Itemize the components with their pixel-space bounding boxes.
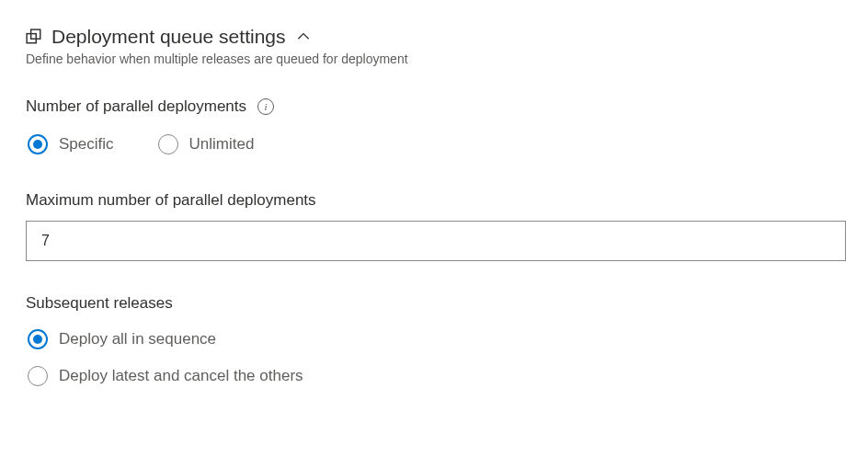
radio-button-icon <box>28 134 48 154</box>
radio-unlimited-label: Unlimited <box>189 135 255 154</box>
info-icon[interactable]: i <box>257 98 274 115</box>
max-parallel-label: Maximum number of parallel deployments <box>26 191 842 210</box>
parallel-deployments-label: Number of parallel deployments <box>26 97 246 116</box>
parallel-mode-radio-group: Specific Unlimited <box>28 134 842 154</box>
radio-specific[interactable]: Specific <box>28 134 114 154</box>
max-parallel-input[interactable] <box>26 221 846 261</box>
chevron-up-icon[interactable] <box>295 29 312 45</box>
section-title: Deployment queue settings <box>51 26 286 48</box>
radio-specific-label: Specific <box>59 135 114 154</box>
section-header: Deployment queue settings <box>26 26 842 48</box>
radio-deploy-all-label: Deploy all in sequence <box>59 330 216 348</box>
radio-button-icon <box>158 134 178 154</box>
radio-deploy-latest[interactable]: Deploy latest and cancel the others <box>28 366 842 386</box>
radio-button-icon <box>28 366 48 386</box>
subsequent-releases-label: Subsequent releases <box>26 294 842 313</box>
subsequent-releases-radio-group: Deploy all in sequence Deploy latest and… <box>28 329 842 386</box>
queue-icon <box>26 29 42 45</box>
radio-deploy-all[interactable]: Deploy all in sequence <box>28 329 842 349</box>
section-subtitle: Define behavior when multiple releases a… <box>26 51 842 66</box>
radio-deploy-latest-label: Deploy latest and cancel the others <box>59 367 303 385</box>
parallel-deployments-label-row: Number of parallel deployments i <box>26 97 842 116</box>
radio-unlimited[interactable]: Unlimited <box>158 134 255 154</box>
radio-button-icon <box>28 329 48 349</box>
